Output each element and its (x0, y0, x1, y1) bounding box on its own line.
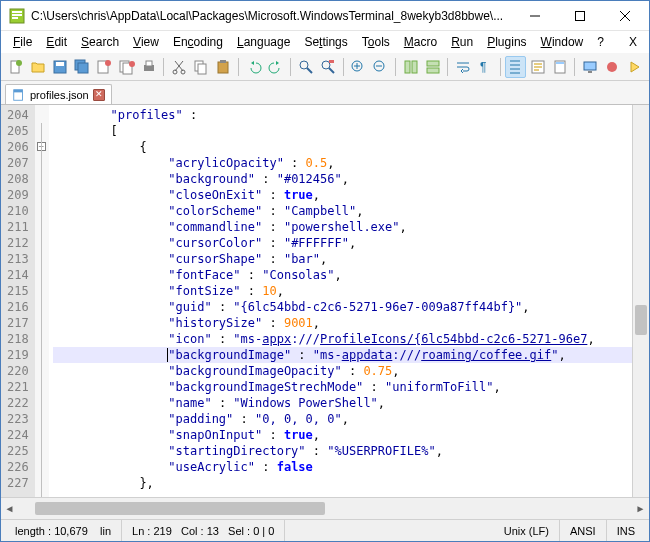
show-all-icon[interactable]: ¶ (475, 56, 496, 78)
play-icon[interactable] (624, 56, 645, 78)
tabbar: profiles.json ✕ (1, 81, 649, 104)
sync-v-icon[interactable] (400, 56, 421, 78)
menu-settings[interactable]: Settings (298, 34, 353, 50)
zoom-out-icon[interactable] (370, 56, 391, 78)
sync-h-icon[interactable] (422, 56, 443, 78)
svg-rect-30 (412, 61, 417, 73)
svg-rect-36 (556, 62, 564, 64)
cut-icon[interactable] (168, 56, 189, 78)
copy-icon[interactable] (191, 56, 212, 78)
svg-point-15 (129, 61, 135, 67)
svg-rect-22 (218, 62, 228, 73)
wordwrap-icon[interactable] (452, 56, 473, 78)
maximize-button[interactable] (557, 1, 602, 30)
status-position: Ln : 219 Col : 13 Sel : 0 | 0 (122, 520, 285, 541)
svg-rect-1 (12, 11, 22, 13)
doc-map-icon[interactable] (549, 56, 570, 78)
tab-label: profiles.json (30, 89, 89, 101)
status-ins[interactable]: INS (607, 520, 645, 541)
redo-icon[interactable] (265, 56, 286, 78)
vertical-scrollbar[interactable] (632, 105, 649, 497)
find-icon[interactable] (295, 56, 316, 78)
menu-view[interactable]: View (127, 34, 165, 50)
app-icon (9, 8, 25, 24)
menu-search[interactable]: Search (75, 34, 125, 50)
editor[interactable]: 2042052062072082092102112122132142152162… (1, 104, 649, 497)
paste-icon[interactable] (213, 56, 234, 78)
menu-encoding[interactable]: Encoding (167, 34, 229, 50)
titlebar: C:\Users\chris\AppData\Local\Packages\Mi… (1, 1, 649, 31)
menu-help[interactable]: ? (591, 34, 610, 50)
svg-rect-21 (198, 64, 206, 74)
svg-rect-41 (14, 89, 23, 92)
menu-tools[interactable]: Tools (356, 34, 396, 50)
svg-rect-32 (427, 68, 439, 73)
svg-rect-2 (12, 14, 22, 16)
svg-rect-23 (220, 60, 226, 63)
menu-close-x[interactable]: X (623, 34, 643, 50)
svg-rect-38 (588, 71, 592, 73)
svg-point-39 (607, 62, 617, 72)
monitor-icon[interactable] (579, 56, 600, 78)
menubar: File Edit Search View Encoding Language … (1, 31, 649, 53)
code-area[interactable]: "profiles" : [ { "acrylicOpacity" : 0.5,… (49, 105, 632, 497)
status-encoding[interactable]: ANSI (560, 520, 607, 541)
close-file-icon[interactable] (94, 56, 115, 78)
svg-point-24 (300, 61, 308, 69)
line-number-gutter: 2042052062072082092102112122132142152162… (1, 105, 35, 497)
status-length: length : 10,679 lin (5, 520, 122, 541)
tab-active[interactable]: profiles.json ✕ (5, 84, 112, 104)
svg-rect-4 (575, 11, 584, 20)
window-title: C:\Users\chris\AppData\Local\Packages\Mi… (31, 9, 512, 23)
indent-guide-icon[interactable] (505, 56, 526, 78)
horizontal-scrollbar[interactable]: ◄ ► (1, 497, 649, 519)
menu-language[interactable]: Language (231, 34, 296, 50)
replace-icon[interactable] (318, 56, 339, 78)
zoom-in-icon[interactable] (348, 56, 369, 78)
svg-rect-10 (78, 63, 88, 73)
menu-edit[interactable]: Edit (40, 34, 73, 50)
save-all-icon[interactable] (72, 56, 93, 78)
toolbar: ¶ (1, 53, 649, 81)
open-file-icon[interactable] (27, 56, 48, 78)
undo-icon[interactable] (243, 56, 264, 78)
menu-run[interactable]: Run (445, 34, 479, 50)
menu-file[interactable]: File (7, 34, 38, 50)
svg-point-25 (322, 61, 330, 69)
statusbar: length : 10,679 lin Ln : 219 Col : 13 Se… (1, 519, 649, 541)
menu-window[interactable]: Window (535, 34, 590, 50)
svg-rect-29 (405, 61, 410, 73)
svg-rect-8 (56, 62, 64, 66)
new-file-icon[interactable] (5, 56, 26, 78)
save-icon[interactable] (49, 56, 70, 78)
menu-macro[interactable]: Macro (398, 34, 443, 50)
file-icon (12, 88, 26, 102)
record-icon[interactable] (602, 56, 623, 78)
tab-close-icon[interactable]: ✕ (93, 89, 105, 101)
close-button[interactable] (602, 1, 647, 30)
status-eol[interactable]: Unix (LF) (494, 520, 560, 541)
svg-rect-31 (427, 61, 439, 66)
func-list-icon[interactable] (527, 56, 548, 78)
fold-column[interactable]: − (35, 105, 49, 497)
svg-rect-17 (146, 61, 152, 66)
svg-point-12 (105, 60, 111, 66)
svg-rect-26 (329, 60, 334, 63)
svg-rect-3 (12, 17, 18, 19)
menu-plugins[interactable]: Plugins (481, 34, 532, 50)
svg-rect-37 (584, 62, 596, 70)
close-all-icon[interactable] (116, 56, 137, 78)
minimize-button[interactable] (512, 1, 557, 30)
svg-text:¶: ¶ (480, 60, 486, 74)
svg-point-6 (16, 60, 22, 66)
print-icon[interactable] (138, 56, 159, 78)
